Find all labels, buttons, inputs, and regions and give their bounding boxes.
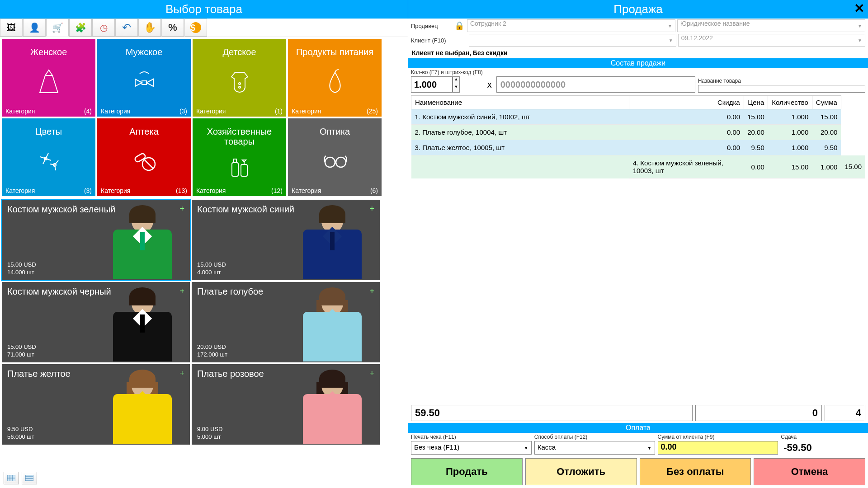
- product-info: 9.00 USD5.000 шт: [197, 426, 222, 441]
- bottles-icon: [224, 146, 255, 185]
- close-icon[interactable]: ✕: [854, 1, 864, 16]
- cell-sum: 15.00: [812, 109, 841, 125]
- receipt-select[interactable]: Без чека (F11)▼: [411, 441, 532, 455]
- table-row[interactable]: 1. Костюм мужской синий, 10002, шт 0.00 …: [411, 109, 866, 125]
- cell-sum: 9.50: [812, 140, 841, 155]
- svg-rect-7: [134, 153, 146, 163]
- sale-table: Наименование Скидка Цена Количество Сумм…: [411, 95, 865, 178]
- cell-discount: 0.00: [744, 155, 768, 178]
- category-footer-label: Категория: [101, 108, 130, 115]
- barcode-input[interactable]: [496, 76, 695, 93]
- category-title: Мужское: [126, 47, 163, 57]
- svg-point-11: [325, 157, 335, 167]
- product-tile-3[interactable]: Платье голубое + 20.00 USD172.000 шт: [192, 282, 380, 362]
- table-row[interactable]: 4. Костюм мужской зеленый, 10003, шт 0.0…: [411, 155, 866, 178]
- cell-sum: 15.00: [841, 155, 865, 178]
- product-image: [99, 204, 185, 280]
- cell-discount: 0.00: [629, 109, 744, 125]
- cell-discount: 0.00: [629, 140, 744, 155]
- puzzle-icon[interactable]: 🧩: [69, 19, 92, 37]
- date-select[interactable]: 09.12.2022▼: [678, 34, 865, 47]
- product-grid: Костюм мужской зеленый + 15.00 USD14.000…: [0, 198, 408, 446]
- category-count: (25): [367, 108, 378, 115]
- product-tile-1[interactable]: Костюм мужской синий + 15.00 USD4.000 шт: [192, 200, 380, 280]
- client-label: Клиент (F10): [411, 37, 452, 44]
- glasses-icon: [319, 136, 351, 185]
- lock-icon[interactable]: 🔒: [453, 20, 465, 32]
- category-footer-label: Категория: [196, 108, 226, 115]
- percent-icon[interactable]: %: [161, 19, 184, 37]
- category-count: (4): [84, 108, 92, 115]
- qty-spinner[interactable]: ▲▼: [453, 76, 460, 93]
- category-tile-5[interactable]: Аптека Категория(13): [97, 118, 191, 196]
- cell-price: 20.00: [744, 125, 768, 140]
- hand-icon[interactable]: ✋: [138, 19, 161, 37]
- method-select[interactable]: Касса▼: [534, 441, 655, 455]
- product-info: 15.00 USD71.000 шт: [7, 343, 36, 359]
- cart-icon[interactable]: 🛒: [46, 19, 69, 37]
- seller-select[interactable]: Сотрудник 2▼: [467, 19, 675, 32]
- svg-point-1: [239, 83, 241, 84]
- category-title: Цветы: [35, 127, 62, 136]
- product-info: 15.00 USD14.000 шт: [7, 261, 36, 277]
- cell-name: 4. Костюм мужской зеленый, 10003, шт: [629, 155, 744, 178]
- table-row[interactable]: 3. Платье желтое, 10005, шт 0.00 9.50 1.…: [411, 140, 866, 155]
- svg-rect-9: [234, 159, 236, 163]
- cancel-button[interactable]: Отмена: [754, 458, 865, 485]
- client-select[interactable]: ▼: [469, 34, 676, 47]
- picture-icon[interactable]: 🖼: [0, 19, 23, 37]
- col-name[interactable]: Наименование: [411, 96, 629, 109]
- category-tile-7[interactable]: Оптика Категория(6): [288, 118, 382, 196]
- view-grid-button[interactable]: [4, 472, 19, 484]
- discount-info: Клиент не выбран, Без скидки: [408, 47, 868, 58]
- legal-select[interactable]: Юридическое название▼: [677, 19, 865, 32]
- person-icon[interactable]: 👤: [23, 19, 46, 37]
- undo-icon[interactable]: ↶: [115, 19, 138, 37]
- cell-name: 2. Платье голубое, 10004, шт: [411, 125, 629, 140]
- table-row[interactable]: 2. Платье голубое, 10004, шт 0.00 20.00 …: [411, 125, 866, 140]
- category-count: (13): [176, 187, 187, 194]
- product-image: [289, 286, 375, 362]
- amount-label: Сумма от клиента (F9): [658, 434, 778, 440]
- svg-line-6: [144, 160, 153, 169]
- sell-button[interactable]: Продать: [411, 458, 523, 485]
- pear-icon: [319, 57, 351, 106]
- clock-icon[interactable]: ◷: [92, 19, 115, 37]
- product-name-input[interactable]: [698, 85, 865, 93]
- category-tile-2[interactable]: Детское Категория(1): [193, 39, 286, 117]
- category-tile-3[interactable]: Продукты питания Категория(25): [288, 39, 382, 117]
- amount-input[interactable]: 0.00: [658, 441, 778, 455]
- col-discount[interactable]: Скидка: [629, 96, 744, 109]
- category-tile-6[interactable]: Хозяйственные товары Категория(12): [193, 118, 286, 196]
- category-footer-label: Категория: [5, 108, 35, 115]
- col-qty[interactable]: Количество: [768, 96, 812, 109]
- qty-input[interactable]: [411, 76, 453, 93]
- category-tile-4[interactable]: Цветы Категория(3): [2, 118, 95, 196]
- total-mid: 0: [695, 405, 822, 421]
- left-title: Выбор товара: [0, 0, 408, 19]
- svg-rect-10: [241, 164, 247, 176]
- cell-qty: 1.000: [812, 155, 841, 178]
- coin-icon[interactable]: $: [184, 19, 207, 37]
- category-footer-label: Категория: [292, 187, 321, 194]
- category-tile-0[interactable]: Женское Категория(4): [2, 39, 95, 117]
- left-toolbar: 🖼👤🛒🧩◷↶✋%$: [0, 19, 408, 37]
- product-tile-4[interactable]: Платье желтое + 9.50 USD56.000 шт: [2, 364, 190, 445]
- cell-name: 3. Платье желтое, 10005, шт: [411, 140, 629, 155]
- product-info: 20.00 USD172.000 шт: [197, 343, 227, 359]
- col-price[interactable]: Цена: [744, 96, 768, 109]
- cell-price: 9.50: [744, 140, 768, 155]
- product-tile-0[interactable]: Костюм мужской зеленый + 15.00 USD14.000…: [2, 200, 190, 280]
- view-list-button[interactable]: [22, 472, 37, 484]
- product-tile-2[interactable]: Костюм мужской черный + 15.00 USD71.000 …: [2, 282, 190, 362]
- category-footer-label: Категория: [5, 187, 35, 194]
- category-title: Продукты питания: [296, 47, 373, 57]
- name-label: Название товара: [698, 78, 865, 84]
- category-tile-1[interactable]: Мужское Категория(3): [97, 39, 191, 117]
- product-tile-5[interactable]: Платье розовое + 9.00 USD5.000 шт: [192, 364, 380, 445]
- nopay-button[interactable]: Без оплаты: [640, 458, 751, 485]
- bowtie-icon: [128, 57, 160, 106]
- cell-discount: 0.00: [629, 125, 744, 140]
- col-sum[interactable]: Сумма: [812, 96, 841, 109]
- hold-button[interactable]: Отложить: [525, 458, 637, 485]
